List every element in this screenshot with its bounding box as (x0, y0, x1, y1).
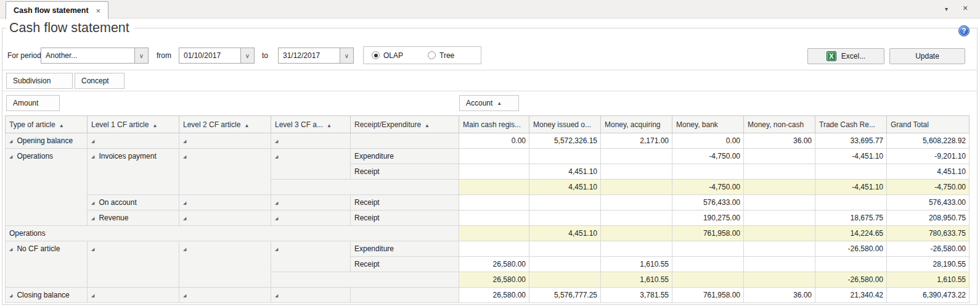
amount-label: Amount (13, 99, 38, 107)
collapse-icon[interactable]: ◢ (183, 216, 186, 220)
from-label: from (157, 48, 171, 64)
row-area-cell: ◢ (179, 149, 271, 195)
chevron-down-icon[interactable]: ∨ (240, 48, 254, 63)
col-header-type-of-article[interactable]: Type of article▲ (6, 116, 88, 133)
pivot-value-cell (672, 272, 744, 288)
radio-olap[interactable]: OLAP (372, 51, 403, 60)
subdivision-label: Subdivision (13, 77, 51, 85)
col-header-grand-total[interactable]: Grand Total (887, 116, 970, 133)
pivot-value-cell: 26,580.00 (459, 272, 529, 288)
collapse-icon[interactable]: ◢ (91, 247, 94, 251)
row-area-cell: ◢ (179, 241, 271, 288)
collapse-icon[interactable]: ◢ (275, 216, 278, 220)
pivot-value-cell (815, 257, 887, 272)
col-header-receipt-expenditure[interactable]: Receipt/Expenditure▲ (351, 116, 459, 133)
collapse-icon[interactable]: ◢ (183, 154, 186, 159)
collapse-icon[interactable]: ◢ (91, 293, 94, 298)
col-header-money-issued[interactable]: Money issued o... (529, 116, 601, 133)
row-operations-total: Operations 4,451.10 761,958.00 14,224.65… (6, 226, 970, 241)
pivot-value-cell: 208,950.75 (887, 210, 970, 226)
pivot-value-cell (529, 149, 601, 164)
pivot-value-cell: 36.00 (744, 288, 815, 303)
pivot-value-cell: 761,958.00 (672, 288, 744, 303)
collapse-icon[interactable]: ◢ (9, 247, 12, 251)
tab-cash-flow-statement[interactable]: Cash flow statement × (6, 1, 108, 19)
row-area-cell: ◢Revenue (88, 210, 179, 226)
pivot-value-cell: 6,390,473.22 (887, 288, 970, 303)
collapse-icon[interactable]: ◢ (183, 201, 186, 205)
pivot-value-cell: 26,580.00 (459, 257, 529, 272)
collapse-icon[interactable]: ◢ (9, 154, 12, 159)
excel-button[interactable]: X Excel... (807, 48, 884, 64)
col-header-money-non-cash[interactable]: Money, non-cash (744, 116, 815, 133)
to-date-input[interactable]: 31/12/2017 ∨ (278, 48, 354, 64)
radio-olap-label: OLAP (383, 51, 403, 60)
update-button[interactable]: Update (889, 48, 965, 64)
pivot-value-cell (601, 195, 672, 210)
sort-asc-icon: ▲ (497, 101, 502, 106)
col-header-trade-cash-register[interactable]: Trade Cash Re... (815, 116, 887, 133)
column-field-account[interactable]: Account ▲ (459, 95, 519, 111)
pivot-value-cell: -9,201.10 (887, 149, 970, 164)
pivot-value-cell: 5,608,228.92 (887, 133, 970, 149)
collapse-icon[interactable]: ◢ (9, 293, 12, 298)
collapse-icon[interactable]: ◢ (275, 293, 278, 298)
col-header-main-cash-register[interactable]: Main cash regis... (459, 116, 529, 133)
filter-field-concept[interactable]: Concept (75, 73, 125, 89)
col-header-level2[interactable]: Level 2 CF article▲ (179, 116, 271, 133)
pivot-value-cell (601, 180, 672, 195)
pivot-value-cell (601, 164, 672, 180)
radio-tree[interactable]: Tree (428, 51, 454, 60)
collapse-icon[interactable]: ◢ (91, 139, 94, 143)
window-menu-icon[interactable]: ▾ (945, 6, 948, 24)
collapse-icon[interactable]: ◢ (91, 216, 94, 220)
tab-close-icon[interactable]: × (96, 7, 101, 15)
period-select[interactable]: Another... ∨ (41, 48, 149, 64)
collapse-icon[interactable]: ◢ (91, 154, 94, 159)
row-area-cell: ◢ (179, 133, 271, 149)
collapse-icon[interactable]: ◢ (183, 139, 186, 143)
row-area-cell: ◢ (271, 210, 351, 226)
pivot-value-cell: 3,781.55 (601, 288, 672, 303)
collapse-icon[interactable]: ◢ (275, 139, 278, 143)
radio-tree-dot[interactable] (428, 51, 436, 59)
collapse-icon[interactable]: ◢ (9, 139, 12, 143)
pivot-value-cell (672, 164, 744, 180)
help-icon[interactable]: ? (958, 25, 970, 36)
row-area-cell (271, 272, 459, 288)
row-area-cell: ◢ (271, 195, 351, 210)
row-area-cell: ◢ (271, 288, 351, 303)
tab-bar: ▾ × (0, 0, 980, 19)
collapse-icon[interactable]: ◢ (275, 201, 278, 205)
from-date-value: 01/10/2017 (179, 48, 240, 63)
pivot-value-cell: 1,610.55 (887, 272, 970, 288)
row-opening-balance: ◢Opening balance ◢ ◢ ◢ 0.00 5,572,326.15… (6, 133, 970, 149)
from-date-input[interactable]: 01/10/2017 ∨ (179, 48, 255, 64)
pivot-area-top-divider (2, 70, 978, 70)
pivot-value-cell: 0.00 (459, 133, 529, 149)
data-field-amount[interactable]: Amount (6, 95, 60, 111)
col-header-level3[interactable]: Level 3 CF a...▲ (271, 116, 351, 133)
row-area-cell (351, 133, 459, 149)
pivot-value-cell (529, 272, 601, 288)
collapse-icon[interactable]: ◢ (183, 293, 186, 298)
row-area-cell: ◢Operations (6, 149, 88, 226)
col-header-level1[interactable]: Level 1 CF article▲ (88, 116, 179, 133)
pivot-value-cell (529, 195, 601, 210)
col-header-money-bank[interactable]: Money, bank (672, 116, 744, 133)
chevron-down-icon[interactable]: ∨ (340, 48, 353, 63)
pivot-value-cell: 21,340.42 (815, 288, 887, 303)
row-area-cell: ◢ (88, 241, 179, 288)
collapse-icon[interactable]: ◢ (91, 201, 94, 205)
collapse-icon[interactable]: ◢ (275, 247, 278, 251)
window-close-icon[interactable]: × (963, 3, 968, 22)
chevron-down-icon[interactable]: ∨ (134, 48, 148, 63)
pivot-value-cell: 576,433.00 (672, 195, 744, 210)
col-header-money-acquiring[interactable]: Money, acquiring (601, 116, 672, 133)
radio-olap-dot[interactable] (372, 51, 380, 59)
collapse-icon[interactable]: ◢ (183, 247, 186, 251)
collapse-icon[interactable]: ◢ (275, 154, 278, 159)
pivot-value-cell: 28,190.55 (887, 257, 970, 272)
filter-field-subdivision[interactable]: Subdivision (6, 73, 73, 89)
pivot-value-cell (672, 241, 744, 257)
